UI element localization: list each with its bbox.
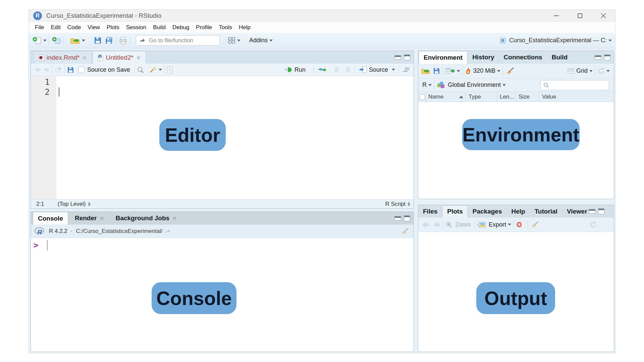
- minimize-pane-icon[interactable]: [394, 55, 401, 60]
- pane-layout-icon[interactable]: [228, 37, 235, 44]
- next-plot-icon[interactable]: [433, 222, 440, 228]
- minimize-pane-icon[interactable]: [595, 55, 601, 60]
- column-size[interactable]: Size: [516, 92, 539, 102]
- menu-session[interactable]: Session: [123, 24, 150, 31]
- run-icon[interactable]: [284, 67, 292, 72]
- column-type[interactable]: Type: [466, 92, 497, 102]
- tab-connections[interactable]: Connections: [499, 51, 547, 64]
- code-tools-icon[interactable]: [149, 66, 157, 73]
- go-down-icon[interactable]: [345, 66, 351, 73]
- tab-environment[interactable]: Environment: [419, 51, 468, 64]
- tab-help[interactable]: Help: [506, 205, 530, 218]
- language-caret[interactable]: [428, 84, 432, 86]
- tab-packages[interactable]: Packages: [468, 205, 507, 218]
- menu-profile[interactable]: Profile: [193, 24, 215, 31]
- project-selector[interactable]: Curso_EstatisticaExperimental — C:: [509, 37, 607, 44]
- forward-icon[interactable]: [43, 67, 50, 72]
- tab-history[interactable]: History: [468, 51, 499, 64]
- tab-background-jobs[interactable]: Background Jobs ×: [111, 212, 182, 225]
- source-on-save-checkbox[interactable]: [78, 67, 85, 73]
- go-up-icon[interactable]: [333, 66, 339, 73]
- new-file-icon[interactable]: [32, 36, 42, 45]
- scope-spinner-icon[interactable]: [88, 202, 91, 206]
- minimize-button[interactable]: [545, 10, 568, 21]
- close-tab-icon[interactable]: ×: [136, 54, 141, 61]
- tab-console[interactable]: Console: [33, 212, 68, 225]
- file-type-selector[interactable]: R Script: [385, 201, 406, 207]
- save-workspace-icon[interactable]: [433, 67, 440, 74]
- working-directory[interactable]: C:/Curso_EstatisticaExperimental/: [76, 228, 162, 235]
- menu-help[interactable]: Help: [235, 24, 254, 31]
- clear-plots-icon[interactable]: [530, 221, 539, 228]
- addins-caret[interactable]: [269, 40, 273, 42]
- tab-plots[interactable]: Plots: [442, 205, 468, 218]
- grid-selector[interactable]: Grid: [576, 67, 588, 74]
- previous-plot-icon[interactable]: [422, 222, 430, 228]
- column-value[interactable]: Value: [539, 92, 614, 102]
- maximize-pane-icon[interactable]: [604, 55, 610, 60]
- document-outline-icon[interactable]: [403, 67, 410, 72]
- open-file-icon[interactable]: [70, 37, 80, 45]
- column-name[interactable]: Name: [426, 92, 466, 102]
- search-icon[interactable]: [137, 66, 144, 73]
- menu-build[interactable]: Build: [150, 24, 169, 31]
- minimize-pane-icon[interactable]: [589, 209, 595, 214]
- menu-debug[interactable]: Debug: [169, 24, 193, 31]
- grid-caret[interactable]: [589, 70, 593, 72]
- open-recent-caret[interactable]: [82, 40, 85, 42]
- maximize-pane-icon[interactable]: [598, 208, 604, 214]
- import-dataset-caret[interactable]: [457, 70, 460, 72]
- source-label[interactable]: Source: [369, 66, 388, 73]
- clear-objects-icon[interactable]: [505, 67, 514, 75]
- new-file-caret[interactable]: [43, 40, 47, 42]
- goto-file-box[interactable]: Go to file/function: [136, 35, 220, 46]
- menu-plots[interactable]: Plots: [103, 24, 123, 31]
- environment-selector-caret[interactable]: [502, 84, 506, 86]
- zoom-label[interactable]: Zoom: [455, 221, 471, 228]
- rerun-icon[interactable]: [318, 67, 327, 72]
- new-project-icon[interactable]: [52, 36, 61, 45]
- select-all-checkbox[interactable]: [420, 94, 425, 100]
- tab-build[interactable]: Build: [547, 51, 573, 64]
- source-caret[interactable]: [392, 69, 395, 71]
- refresh-icon[interactable]: [598, 67, 605, 74]
- tab-files[interactable]: Files: [418, 205, 442, 218]
- export-caret[interactable]: [508, 224, 511, 226]
- source-run-icon[interactable]: [359, 66, 367, 73]
- refresh-plots-icon[interactable]: [590, 221, 597, 228]
- close-tab-icon[interactable]: ×: [99, 215, 104, 222]
- save-icon[interactable]: [94, 37, 102, 44]
- export-plot-icon[interactable]: [477, 221, 486, 228]
- save-all-icon[interactable]: [105, 37, 114, 45]
- compile-notebook-icon[interactable]: [167, 66, 173, 73]
- save-icon[interactable]: [67, 66, 74, 73]
- environment-search-box[interactable]: [540, 80, 609, 90]
- column-length[interactable]: Len...: [497, 92, 516, 102]
- import-dataset-icon[interactable]: [445, 68, 455, 74]
- tab-tutorial[interactable]: Tutorial: [530, 205, 562, 218]
- r-version[interactable]: R 4.2.2: [49, 228, 67, 235]
- popout-icon[interactable]: [55, 67, 62, 73]
- zoom-plot-icon[interactable]: [445, 221, 453, 228]
- pane-layout-caret[interactable]: [237, 40, 240, 42]
- export-label[interactable]: Export: [489, 221, 506, 228]
- tab-index-rmd[interactable]: index.Rmd* ×: [34, 51, 92, 64]
- print-icon[interactable]: [119, 37, 127, 45]
- language-selector[interactable]: R: [422, 81, 427, 88]
- addins-label[interactable]: Addins: [249, 37, 268, 44]
- change-directory-icon[interactable]: [165, 229, 171, 234]
- maximize-pane-icon[interactable]: [404, 216, 410, 221]
- menu-file[interactable]: File: [32, 24, 47, 31]
- environment-selector[interactable]: Global Environment: [448, 81, 501, 88]
- maximize-button[interactable]: [568, 10, 592, 21]
- back-icon[interactable]: [35, 67, 42, 72]
- code-tools-caret[interactable]: [159, 69, 162, 71]
- menu-tools[interactable]: Tools: [215, 24, 235, 31]
- close-tab-icon[interactable]: ×: [172, 215, 177, 222]
- close-button[interactable]: [592, 10, 615, 21]
- run-label[interactable]: Run: [294, 66, 306, 73]
- environment-body[interactable]: [418, 102, 614, 199]
- project-caret[interactable]: [608, 40, 612, 42]
- close-tab-icon[interactable]: ×: [82, 54, 87, 61]
- remove-plot-icon[interactable]: [516, 221, 525, 228]
